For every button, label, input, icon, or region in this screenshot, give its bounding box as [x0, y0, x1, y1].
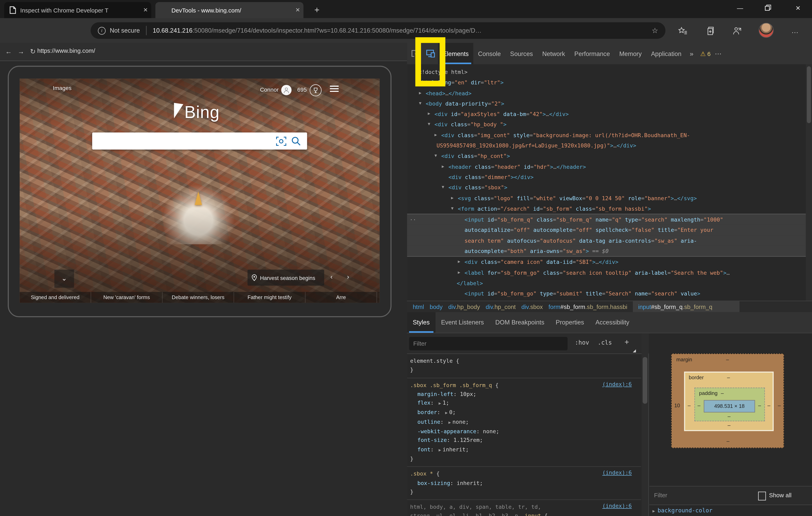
- dom-line[interactable]: search term" autofocus="autofocus" data-…: [407, 235, 812, 246]
- breadcrumb-item[interactable]: html: [413, 304, 424, 310]
- prev-image-icon[interactable]: ‹: [330, 273, 332, 280]
- border-bottom-value[interactable]: –: [728, 422, 730, 428]
- tab-close-icon[interactable]: ✕: [292, 7, 303, 13]
- expand-icon[interactable]: ▶: [652, 509, 655, 513]
- border-top-value[interactable]: –: [727, 374, 730, 380]
- add-favorite-icon[interactable]: ☆: [652, 26, 658, 35]
- reload-icon[interactable]: ↻: [30, 48, 36, 55]
- css-property[interactable]: box-sizing: inherit;: [410, 479, 637, 487]
- dom-line[interactable]: ▼<div class="sbox">: [407, 182, 812, 193]
- news-item[interactable]: Debate winners, losers: [163, 292, 234, 303]
- toggle-class-button[interactable]: .cls: [598, 339, 612, 346]
- css-property[interactable]: font: ▶inherit;: [410, 445, 637, 454]
- favorites-bar-icon[interactable]: [675, 23, 690, 38]
- border-left-value[interactable]: –: [688, 403, 691, 408]
- css-selector[interactable]: strong, ul, ol, li, h1, h2, h3, p, input…: [410, 512, 637, 516]
- dom-line[interactable]: ▶<div class="camera icon" data-iid="SBI"…: [407, 257, 812, 267]
- news-item[interactable]: Arre: [306, 292, 377, 303]
- bing-user-name[interactable]: Connor: [260, 86, 279, 93]
- stylesheet-link[interactable]: (index):6: [602, 503, 632, 509]
- window-minimize-button[interactable]: —: [728, 0, 752, 17]
- css-property[interactable]: font-size: 1.125rem;: [410, 436, 637, 445]
- padding-top-value[interactable]: –: [721, 390, 724, 396]
- tab-close-icon[interactable]: ✕: [140, 7, 151, 13]
- expand-icon[interactable]: ▶: [458, 257, 460, 267]
- news-item[interactable]: Signed and delivered: [20, 292, 91, 303]
- bing-search-input[interactable]: [92, 132, 307, 150]
- profile-share-icon[interactable]: [729, 23, 745, 38]
- collapse-chevron-button[interactable]: ⌄: [54, 270, 74, 288]
- address-bar-input[interactable]: i Not secure 10.68.241.216 :50080/msedge…: [91, 22, 665, 39]
- new-style-rule-button[interactable]: +: [625, 337, 629, 346]
- bing-images-link[interactable]: Images: [53, 85, 71, 91]
- css-property[interactable]: flex: ▶1;: [410, 399, 637, 408]
- dom-line[interactable]: ··<input id="sb_form_q" class="sb_form_q…: [407, 214, 812, 225]
- bing-menu-icon[interactable]: [330, 85, 339, 92]
- sidebar-tab-event-listeners[interactable]: Event Listeners: [435, 312, 490, 333]
- css-selector[interactable]: element.style {: [410, 357, 637, 365]
- dom-line[interactable]: autocomplete="both" aria-owns="sw_as"> =…: [407, 246, 812, 257]
- dom-line[interactable]: ▶<header class="header" id="hdr">…</head…: [407, 161, 812, 172]
- more-tabs-icon[interactable]: »: [686, 50, 697, 58]
- dom-line[interactable]: ▼<form action="/search" id="sb_form" cla…: [407, 203, 812, 214]
- browser-tab-active[interactable]: DevTools - www.bing.com/ ✕: [155, 2, 303, 18]
- dom-line[interactable]: <input id="sb_form_go" type="submit" tit…: [407, 289, 812, 299]
- stylesheet-link[interactable]: (index):6: [602, 381, 632, 387]
- margin-top-value[interactable]: –: [726, 357, 729, 362]
- padding-right-value[interactable]: –: [758, 403, 761, 408]
- stylesheet-link[interactable]: (index):6: [602, 469, 632, 476]
- sidebar-tab-dom-breakpoints[interactable]: DOM Breakpoints: [490, 312, 550, 333]
- sidebar-tab-styles[interactable]: Styles: [407, 312, 436, 333]
- collapse-icon[interactable]: ▼: [419, 98, 422, 109]
- css-property[interactable]: outline: ▶none;: [410, 418, 637, 427]
- expand-icon[interactable]: ▶: [442, 161, 444, 172]
- margin-right-value[interactable]: –: [778, 403, 781, 408]
- image-caption-pill[interactable]: Harvest season begins: [248, 270, 324, 286]
- breadcrumb-item[interactable]: form#sb_form.sb_form.hassbi: [549, 304, 628, 310]
- browser-menu-icon[interactable]: …: [787, 23, 803, 38]
- expand-icon[interactable]: ▶: [419, 88, 422, 98]
- computed-property-row[interactable]: ▶background-color: [649, 505, 812, 516]
- site-info-icon[interactable]: i: [98, 27, 106, 34]
- breadcrumb-item[interactable]: div.hp_cont: [486, 304, 516, 310]
- window-close-button[interactable]: ✕: [786, 0, 810, 17]
- margin-left-value[interactable]: 10: [674, 403, 680, 408]
- breadcrumb-item[interactable]: body: [430, 304, 442, 310]
- bing-logo[interactable]: Bing: [174, 102, 220, 122]
- collections-icon[interactable]: [702, 23, 718, 38]
- screencast-url[interactable]: https://www.bing.com/: [37, 48, 95, 54]
- padding-left-value[interactable]: –: [698, 403, 700, 408]
- expand-icon[interactable]: ▶: [428, 109, 430, 119]
- dom-line[interactable]: <html lang="en" dir="ltr">: [407, 77, 812, 88]
- next-image-icon[interactable]: ›: [347, 273, 349, 280]
- expand-icon[interactable]: ▶: [451, 193, 454, 203]
- collapse-icon[interactable]: ▼: [451, 203, 454, 214]
- dom-line[interactable]: </label>: [407, 278, 812, 289]
- devtools-menu-icon[interactable]: ⋯: [715, 50, 722, 58]
- expand-icon[interactable]: ▶: [445, 411, 447, 415]
- devtools-tab-performance[interactable]: Performance: [570, 43, 615, 64]
- news-item[interactable]: Father might testify: [234, 292, 306, 303]
- collapse-icon[interactable]: ▼: [442, 182, 444, 193]
- devtools-tab-sources[interactable]: Sources: [505, 43, 538, 64]
- expand-icon[interactable]: ▶: [458, 268, 460, 278]
- toggle-hover-state-button[interactable]: :hov: [575, 339, 589, 346]
- expand-icon[interactable]: ▶: [435, 130, 437, 140]
- back-icon[interactable]: ←: [5, 48, 12, 55]
- search-icon[interactable]: [291, 136, 301, 146]
- scrollbar-thumb[interactable]: [643, 357, 647, 404]
- devtools-tab-network[interactable]: Network: [538, 43, 570, 64]
- dom-line[interactable]: ▼<body data-priority="2">: [407, 98, 812, 109]
- dom-line[interactable]: autocapitalize="off" autocomplete="off" …: [407, 225, 812, 235]
- breadcrumb-item[interactable]: div.sbox: [521, 304, 543, 310]
- dom-line[interactable]: ▶<head>…</head>: [407, 88, 812, 98]
- devtools-tab-application[interactable]: Application: [646, 43, 686, 64]
- css-property[interactable]: margin-left: 10px;: [410, 390, 637, 399]
- css-property[interactable]: border: ▶0;: [410, 408, 637, 418]
- devtools-tab-console[interactable]: Console: [473, 43, 505, 64]
- profile-avatar[interactable]: [759, 23, 774, 38]
- expand-icon[interactable]: ▶: [439, 448, 441, 452]
- margin-bottom-value[interactable]: –: [727, 438, 729, 444]
- browser-tab-inactive[interactable]: Inspect with Chrome Developer T ✕: [4, 2, 151, 18]
- css-property[interactable]: -webkit-appearance: none;: [410, 427, 637, 436]
